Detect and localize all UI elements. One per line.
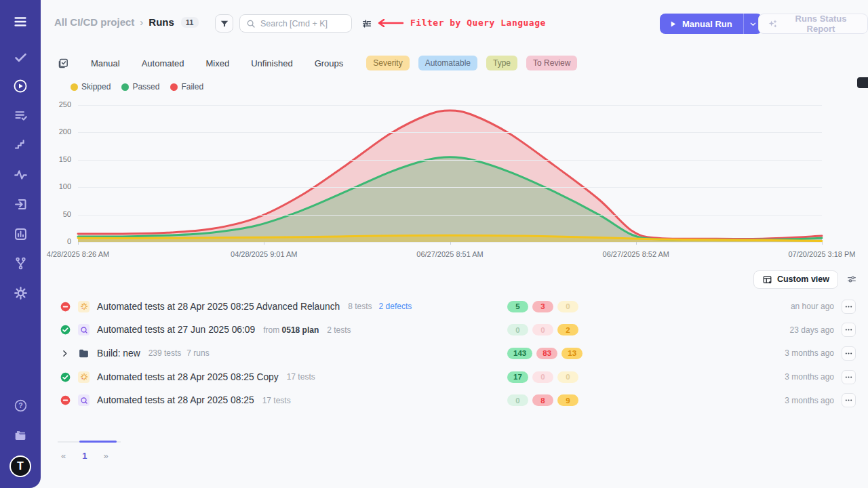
failed-count-badge: 0: [532, 371, 553, 383]
skipped-count-badge: 9: [557, 394, 578, 406]
legend-item-passed[interactable]: Passed: [121, 82, 159, 92]
run-time: 23 days ago: [790, 325, 834, 335]
run-tests-count: 8 tests: [348, 302, 372, 311]
chip-type[interactable]: Type: [486, 56, 517, 70]
chevron-right-icon[interactable]: [60, 349, 69, 358]
tab-automated[interactable]: Automated: [142, 58, 184, 68]
tab-manual[interactable]: Manual: [91, 58, 120, 68]
run-tests-count: 17 tests: [287, 372, 315, 382]
more-button[interactable]: [842, 300, 856, 314]
page-title: Runs: [149, 16, 174, 28]
view-settings-sliders-icon[interactable]: [846, 274, 857, 285]
run-name[interactable]: Automated tests at 28 Apr 2025 08:25: [97, 395, 254, 405]
result-badges: 143 83 13: [507, 348, 583, 359]
requirements-icon[interactable]: [0, 192, 41, 216]
test-runs-icon[interactable]: [0, 74, 41, 98]
chip-severity[interactable]: Severity: [366, 56, 409, 70]
table-row-group[interactable]: Build: new 239 tests 7 runs 143 83 13 3 …: [54, 342, 856, 365]
qase-app-icon: [78, 324, 90, 336]
run-name[interactable]: Automated tests at 28 Apr 2025 08:25 Cop…: [97, 372, 279, 382]
table-settings-icon: [762, 274, 772, 285]
search-icon: [246, 19, 256, 28]
settings-gear-icon[interactable]: [0, 281, 41, 305]
left-arrow-icon: [377, 19, 404, 27]
skipped-count-badge: 0: [557, 371, 578, 383]
tab-mixed[interactable]: Mixed: [206, 58, 230, 68]
legend-item-failed[interactable]: Failed: [170, 82, 203, 92]
status-passed-icon: [60, 325, 71, 335]
legend-item-skipped[interactable]: Skipped: [71, 82, 111, 92]
gridline: [78, 105, 822, 106]
ellipsis-icon: [845, 350, 852, 357]
more-button[interactable]: [842, 323, 856, 337]
pagination-first[interactable]: «: [61, 451, 66, 461]
x-axis-tick-label: 04/28/2025 9:01 AM: [231, 250, 297, 258]
test-cases-icon[interactable]: [0, 45, 41, 69]
activity-icon[interactable]: [0, 162, 41, 186]
gridline: [78, 215, 822, 216]
breadcrumb-separator: ›: [140, 16, 143, 28]
view-toolbar: Custom view: [753, 270, 857, 289]
chip-automatable[interactable]: Automatable: [418, 56, 477, 70]
x-axis-tick-label: 06/27/2025 8:51 AM: [416, 250, 483, 258]
skipped-count-badge: 13: [561, 348, 583, 359]
search-box[interactable]: [239, 14, 352, 33]
shared-steps-icon[interactable]: [0, 132, 41, 157]
runs-count-badge: 11: [181, 17, 199, 28]
passed-count-badge: 17: [507, 371, 528, 383]
group-name[interactable]: Build: new: [97, 348, 140, 359]
more-button[interactable]: [842, 370, 856, 384]
y-axis-tick-label: 0: [67, 237, 71, 245]
table-row[interactable]: Automated tests at 28 Apr 2025 08:25 17 …: [54, 389, 856, 412]
run-time: 3 months ago: [785, 396, 834, 405]
test-plans-icon[interactable]: [0, 103, 41, 127]
runs-status-report-button[interactable]: Runs Status Report: [758, 14, 868, 34]
search-input[interactable]: [260, 19, 345, 28]
passed-count-badge: 5: [507, 301, 528, 312]
chart-corner-handle[interactable]: [857, 77, 868, 88]
gridline: [78, 187, 822, 188]
x-axis-tick-label: 06/27/2025 8:52 AM: [603, 250, 669, 258]
table-row[interactable]: Automated tests at 28 Apr 2025 08:25 Cop…: [54, 365, 856, 388]
legend-failed-label: Failed: [181, 82, 203, 92]
pagination-last[interactable]: »: [103, 451, 108, 461]
main: All CI/CD project › Runs 11 Filter by Qu…: [41, 0, 868, 488]
run-tests-count: 2 tests: [327, 325, 351, 335]
y-axis-tick-label: 150: [59, 155, 71, 163]
table-row[interactable]: Automated tests at 27 Jun 2025 06:09 fro…: [54, 319, 856, 342]
chip-to-review[interactable]: To Review: [526, 56, 577, 70]
manual-run-button[interactable]: Manual Run: [660, 14, 743, 34]
traceability-icon[interactable]: [0, 251, 41, 275]
result-badges: 17 0 0: [507, 371, 578, 383]
projects-icon[interactable]: [0, 423, 41, 447]
breadcrumb-project[interactable]: All CI/CD project: [54, 16, 134, 28]
more-button[interactable]: [842, 393, 856, 407]
pagination-page-1[interactable]: 1: [82, 451, 87, 461]
tab-unfinished[interactable]: Unfinished: [251, 58, 292, 68]
failed-count-badge: 0: [532, 324, 553, 336]
ellipsis-icon: [845, 373, 852, 381]
ellipsis-icon: [845, 326, 852, 333]
menu-icon[interactable]: [0, 9, 41, 34]
axis-tick: [78, 242, 79, 245]
scrollbar-thumb[interactable]: [79, 441, 117, 443]
run-name[interactable]: Automated tests at 28 Apr 2025 08:25 Adv…: [97, 302, 340, 312]
analytics-icon[interactable]: [0, 222, 41, 246]
run-tests-count: 17 tests: [262, 396, 291, 405]
help-icon[interactable]: ?: [0, 393, 41, 418]
plan-name: 0518 plan: [282, 325, 319, 335]
defects-link[interactable]: 2 defects: [379, 302, 412, 311]
filter-funnel-button[interactable]: [215, 14, 233, 33]
more-button[interactable]: [842, 346, 856, 361]
skipped-dot-icon: [71, 83, 78, 91]
table-row[interactable]: Automated tests at 28 Apr 2025 08:25 Adv…: [54, 295, 856, 318]
run-time: 3 months ago: [785, 372, 834, 382]
select-all-icon[interactable]: [58, 58, 69, 69]
custom-view-button[interactable]: Custom view: [753, 270, 838, 289]
avatar[interactable]: T: [9, 455, 31, 477]
legend-passed-label: Passed: [132, 82, 159, 92]
run-plan-source: from 0518 plan: [263, 325, 319, 335]
query-language-filter-icon[interactable]: [361, 18, 372, 32]
run-name[interactable]: Automated tests at 27 Jun 2025 06:09: [97, 325, 255, 335]
tab-groups[interactable]: Groups: [315, 58, 344, 68]
